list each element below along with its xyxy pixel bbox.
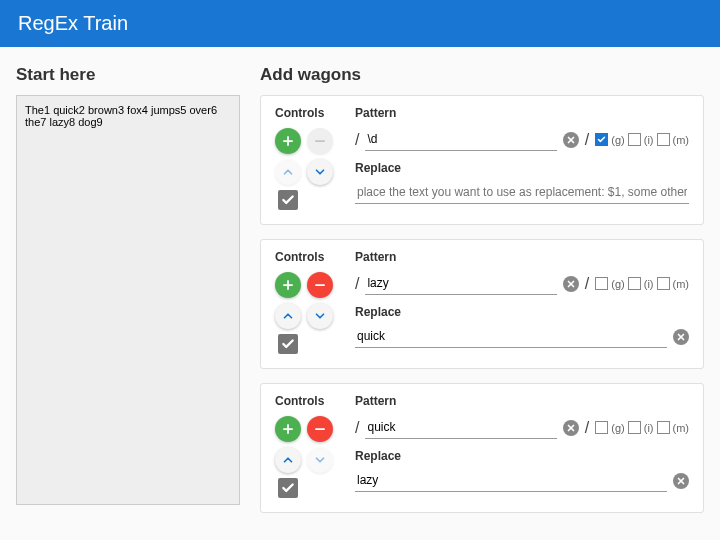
- x-icon: [566, 423, 576, 433]
- flag-i-label: (i): [644, 422, 654, 434]
- add-wagons-title: Add wagons: [260, 65, 704, 85]
- flag-g-checkbox[interactable]: [595, 277, 608, 290]
- minus-icon: [313, 134, 327, 148]
- flag-g-label: (g): [611, 422, 624, 434]
- minus-icon: [313, 422, 327, 436]
- clear-replace-button[interactable]: [673, 473, 689, 489]
- wagon: Controls Pattern / /: [260, 383, 704, 513]
- check-icon: [281, 481, 295, 495]
- add-wagon-button[interactable]: [275, 272, 301, 298]
- wagon: Controls Pattern / /: [260, 95, 704, 225]
- flag-i-checkbox[interactable]: [628, 277, 641, 290]
- source-text-input[interactable]: [16, 95, 240, 505]
- flag-m-label: (m): [673, 278, 690, 290]
- x-icon: [676, 476, 686, 486]
- flag-i-label: (i): [644, 278, 654, 290]
- chevron-down-icon: [313, 165, 327, 179]
- app-header: RegEx Train: [0, 0, 720, 47]
- move-up-button[interactable]: [275, 303, 301, 329]
- flag-m-label: (m): [673, 134, 690, 146]
- wagons-container: Controls Pattern / /: [260, 95, 704, 513]
- controls-column: Controls: [275, 394, 341, 498]
- pattern-input[interactable]: [365, 128, 556, 151]
- x-icon: [566, 135, 576, 145]
- plus-icon: [281, 134, 295, 148]
- replace-label: Replace: [355, 449, 689, 463]
- minus-icon: [313, 278, 327, 292]
- pattern-label: Pattern: [355, 106, 689, 120]
- clear-pattern-button[interactable]: [563, 420, 579, 436]
- flags-group: (g) (i) (m): [595, 133, 689, 146]
- x-icon: [676, 332, 686, 342]
- chevron-down-icon: [313, 453, 327, 467]
- regex-close-slash: /: [585, 131, 589, 149]
- flag-m-checkbox[interactable]: [657, 133, 670, 146]
- start-here-title: Start here: [16, 65, 240, 85]
- controls-label: Controls: [275, 394, 341, 408]
- flags-group: (g) (i) (m): [595, 421, 689, 434]
- flag-i-checkbox[interactable]: [628, 133, 641, 146]
- right-panel: Add wagons Controls Pattern /: [260, 65, 704, 527]
- replace-input[interactable]: [355, 469, 667, 492]
- regex-open-slash: /: [355, 131, 359, 149]
- flags-group: (g) (i) (m): [595, 277, 689, 290]
- chevron-up-icon: [281, 309, 295, 323]
- move-down-button[interactable]: [307, 159, 333, 185]
- regex-close-slash: /: [585, 275, 589, 293]
- regex-open-slash: /: [355, 419, 359, 437]
- clear-pattern-button[interactable]: [563, 276, 579, 292]
- remove-wagon-button: [307, 128, 333, 154]
- plus-icon: [281, 278, 295, 292]
- regex-close-slash: /: [585, 419, 589, 437]
- left-panel: Start here: [16, 65, 240, 527]
- move-down-button: [307, 447, 333, 473]
- app-title: RegEx Train: [18, 12, 128, 34]
- controls-column: Controls: [275, 106, 341, 210]
- remove-wagon-button[interactable]: [307, 272, 333, 298]
- controls-column: Controls: [275, 250, 341, 354]
- controls-label: Controls: [275, 250, 341, 264]
- pattern-input[interactable]: [365, 416, 556, 439]
- check-icon: [281, 193, 295, 207]
- replace-input[interactable]: [355, 325, 667, 348]
- pattern-label: Pattern: [355, 394, 689, 408]
- remove-wagon-button[interactable]: [307, 416, 333, 442]
- main-content: Start here Add wagons Controls Pattern: [0, 47, 720, 527]
- check-icon: [281, 337, 295, 351]
- replace-label: Replace: [355, 305, 689, 319]
- move-up-button[interactable]: [275, 447, 301, 473]
- regex-open-slash: /: [355, 275, 359, 293]
- pattern-column: Pattern / / (g) (i) (m) Replace: [355, 250, 689, 354]
- flag-g-label: (g): [611, 278, 624, 290]
- pattern-column: Pattern / / (g) (i) (m) Replace: [355, 106, 689, 210]
- flag-m-label: (m): [673, 422, 690, 434]
- chevron-up-icon: [281, 165, 295, 179]
- pattern-label: Pattern: [355, 250, 689, 264]
- x-icon: [566, 279, 576, 289]
- enable-wagon-checkbox[interactable]: [278, 334, 298, 354]
- flag-i-label: (i): [644, 134, 654, 146]
- pattern-column: Pattern / / (g) (i) (m) Replace: [355, 394, 689, 498]
- replace-label: Replace: [355, 161, 689, 175]
- clear-pattern-button[interactable]: [563, 132, 579, 148]
- flag-i-checkbox[interactable]: [628, 421, 641, 434]
- plus-icon: [281, 422, 295, 436]
- replace-input[interactable]: [355, 181, 689, 204]
- move-down-button[interactable]: [307, 303, 333, 329]
- pattern-input[interactable]: [365, 272, 556, 295]
- wagon: Controls Pattern / /: [260, 239, 704, 369]
- flag-m-checkbox[interactable]: [657, 421, 670, 434]
- flag-g-checkbox[interactable]: [595, 133, 608, 146]
- controls-label: Controls: [275, 106, 341, 120]
- flag-g-label: (g): [611, 134, 624, 146]
- flag-g-checkbox[interactable]: [595, 421, 608, 434]
- add-wagon-button[interactable]: [275, 128, 301, 154]
- enable-wagon-checkbox[interactable]: [278, 478, 298, 498]
- add-wagon-button[interactable]: [275, 416, 301, 442]
- chevron-down-icon: [313, 309, 327, 323]
- chevron-up-icon: [281, 453, 295, 467]
- move-up-button: [275, 159, 301, 185]
- flag-m-checkbox[interactable]: [657, 277, 670, 290]
- enable-wagon-checkbox[interactable]: [278, 190, 298, 210]
- clear-replace-button[interactable]: [673, 329, 689, 345]
